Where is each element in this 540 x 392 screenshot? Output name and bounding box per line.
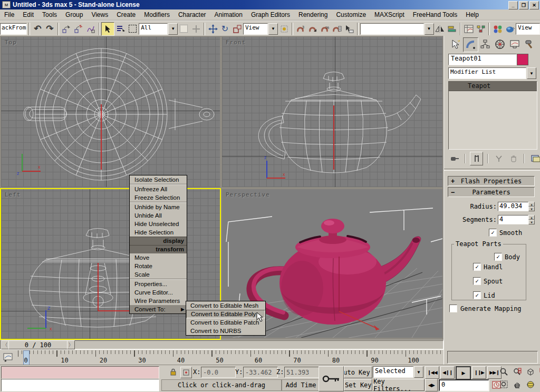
menu-group[interactable]: Group xyxy=(61,10,87,19)
snap-toggle-3d-icon[interactable]: 3 xyxy=(295,23,307,35)
menu-create[interactable]: Create xyxy=(112,10,140,19)
menu-item-curve-editor[interactable]: Curve Editor... xyxy=(130,288,187,297)
tab-motion[interactable] xyxy=(493,37,507,51)
menu-rendering[interactable]: Rendering xyxy=(294,10,332,19)
menu-file[interactable]: File xyxy=(0,10,18,19)
named-selection-sets-dropdown[interactable]: ▼ xyxy=(360,24,434,34)
select-object-icon[interactable] xyxy=(101,22,114,36)
segments-field[interactable]: 4 xyxy=(498,215,528,224)
current-frame-field[interactable]: 0 xyxy=(439,379,489,391)
dropdown-arrow-icon[interactable]: ▼ xyxy=(425,23,434,35)
spinner-snap-icon[interactable] xyxy=(331,23,343,35)
min-max-toggle-icon[interactable] xyxy=(537,379,540,390)
schematic-view-icon[interactable] xyxy=(475,23,487,35)
menu-item-freeze-selection[interactable]: Freeze Selection xyxy=(130,193,187,202)
viewport-front-label[interactable]: Front xyxy=(226,39,246,46)
zoom-extents-all-icon[interactable] xyxy=(537,366,540,378)
redo-icon[interactable]: ↷ xyxy=(44,23,56,35)
region-zoom-icon[interactable] xyxy=(498,379,510,390)
restore-button[interactable]: ❐ xyxy=(519,1,528,9)
percent-snap-icon[interactable]: % xyxy=(319,23,331,35)
track-view-icon[interactable] xyxy=(462,23,475,35)
go-to-start-icon[interactable]: ❙◀◀ xyxy=(425,366,439,379)
menu-item-convert-editable-patch[interactable]: Convert to Editable Patch xyxy=(186,318,265,327)
configure-modifier-sets-icon[interactable] xyxy=(529,152,540,165)
modifier-list-dropdown[interactable]: Modifier List ▼ xyxy=(448,68,536,79)
menu-views[interactable]: Views xyxy=(87,10,112,19)
teapot-wireframe-front[interactable]: zx xyxy=(222,37,442,187)
use-center-icon[interactable] xyxy=(278,23,290,35)
menu-item-wire-parameters[interactable]: Wire Parameters xyxy=(130,297,187,305)
render-scene-icon[interactable] xyxy=(504,23,516,35)
menu-item-convert-editable-poly[interactable]: Convert to Editable Poly xyxy=(186,310,265,318)
keyboard-shortcut-override-icon[interactable] xyxy=(343,23,355,35)
select-by-name-icon[interactable] xyxy=(114,23,127,35)
angle-snap-icon[interactable] xyxy=(307,23,319,35)
time-slider-handle[interactable]: 0 / 100 xyxy=(8,340,68,349)
zoom-extents-icon[interactable] xyxy=(524,366,537,378)
window-crossing-icon[interactable] xyxy=(178,23,190,35)
menu-tools[interactable]: Tools xyxy=(38,10,61,19)
minimize-button[interactable]: _ xyxy=(508,1,518,9)
dropdown-arrow-icon[interactable]: ▼ xyxy=(268,23,278,35)
key-mode-toggle-icon[interactable]: ◀▶ xyxy=(425,379,438,391)
menu-modifiers[interactable]: Modifiers xyxy=(140,10,174,19)
tab-utilities[interactable] xyxy=(522,37,536,51)
menu-item-convert-nurbs[interactable]: Convert to NURBS xyxy=(186,327,265,335)
dropdown-arrow-icon[interactable]: ▼ xyxy=(414,366,423,378)
remove-modifier-icon[interactable] xyxy=(507,152,519,165)
material-editor-icon[interactable] xyxy=(491,23,504,35)
menu-freehand-tools[interactable]: FreeHand Tools xyxy=(409,10,462,19)
handle-checkbox[interactable]: ✓ xyxy=(473,263,481,271)
mini-curve-editor-icon[interactable] xyxy=(2,351,14,364)
zoom-icon[interactable] xyxy=(498,366,510,378)
maxscript-listener-white[interactable] xyxy=(1,379,159,391)
frame-ruler[interactable]: 0 10 20 30 40 50 60 70 80 90 100 xyxy=(18,350,443,365)
key-filters-button[interactable]: Key Filters... xyxy=(373,379,425,391)
selection-lock-icon[interactable] xyxy=(168,367,178,377)
select-and-move-icon[interactable] xyxy=(207,23,219,35)
render-type-dropdown[interactable]: View xyxy=(516,24,540,34)
menu-maxscript[interactable]: MAXScript xyxy=(370,10,409,19)
auto-key-button[interactable]: Auto Key xyxy=(344,366,372,378)
close-button[interactable]: ✕ xyxy=(529,1,539,9)
set-key-button[interactable]: Set Key xyxy=(344,379,372,391)
menu-edit[interactable]: Edit xyxy=(18,10,38,19)
show-end-result-icon[interactable] xyxy=(470,152,483,165)
pan-icon[interactable] xyxy=(511,379,524,390)
selection-filter-dropdown[interactable]: All ▼ xyxy=(139,24,178,34)
align-icon[interactable] xyxy=(446,23,458,35)
menu-character[interactable]: Character xyxy=(174,10,210,19)
radius-spinner[interactable]: ▲▼ xyxy=(528,202,535,211)
segments-spinner[interactable]: ▲▼ xyxy=(528,215,535,224)
menu-item-convert-editable-mesh[interactable]: Convert to Editable Mesh xyxy=(186,301,265,310)
coord-y-field[interactable]: -33.462 xyxy=(243,367,278,378)
next-frame-icon[interactable]: ❙❙▶ xyxy=(472,366,486,379)
absolute-offset-mode-icon[interactable] xyxy=(180,367,192,378)
menu-item-unfreeze-all[interactable]: Unfreeze All xyxy=(130,185,187,193)
reference-coordinate-dropdown[interactable]: View ▼ xyxy=(243,24,278,34)
select-and-link-icon[interactable] xyxy=(61,23,73,35)
dropdown-arrow-icon[interactable]: ▼ xyxy=(527,67,536,79)
menu-item-unhide-all[interactable]: Unhide All xyxy=(130,211,187,220)
dropdown-arrow-icon[interactable]: ▼ xyxy=(168,23,178,35)
menu-item-scale[interactable]: Scale xyxy=(130,270,187,279)
object-color-swatch[interactable] xyxy=(517,54,528,65)
rollout-parameters[interactable]: − Parameters xyxy=(448,187,535,197)
arc-rotate-icon[interactable] xyxy=(524,379,537,390)
make-unique-icon[interactable] xyxy=(493,152,505,165)
maxscript-listener-pink[interactable] xyxy=(1,366,159,379)
track-select-field[interactable]: ackFromFiv xyxy=(0,23,27,35)
previous-frame-arrow[interactable]: 〈 xyxy=(1,340,9,349)
viewport-left-label[interactable]: Left xyxy=(5,191,21,198)
next-frame-arrow[interactable]: 〉 xyxy=(67,340,75,349)
spout-checkbox[interactable]: ✓ xyxy=(473,277,481,285)
viewport-front[interactable]: Front zx xyxy=(222,37,442,187)
select-and-scale-icon[interactable] xyxy=(231,23,243,35)
set-keys-key-icon[interactable] xyxy=(319,366,344,391)
tab-display[interactable] xyxy=(507,37,522,51)
manipulate-icon[interactable] xyxy=(190,23,202,35)
menu-item-hide-selection[interactable]: Hide Selection xyxy=(130,228,187,237)
selection-region-icon[interactable] xyxy=(127,23,139,35)
menu-customize[interactable]: Customize xyxy=(332,10,370,19)
